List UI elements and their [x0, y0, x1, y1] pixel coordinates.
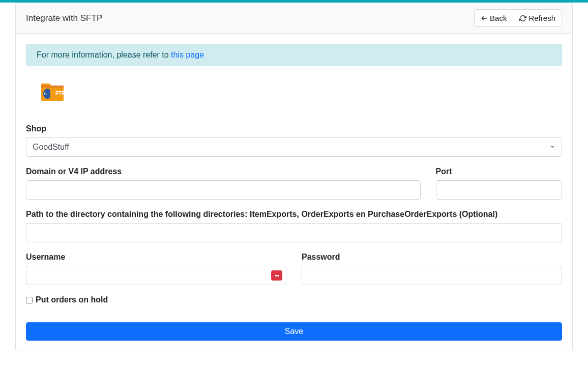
hold-orders-group: Put orders on hold — [26, 295, 562, 304]
save-button[interactable]: Save — [26, 322, 562, 341]
info-alert: For more information, please refer to th… — [26, 44, 562, 66]
shop-selected-value: GoodStuff — [33, 143, 69, 152]
header-button-group: Back Refresh — [474, 9, 562, 27]
alert-text: For more information, please refer to — [37, 50, 171, 59]
username-input[interactable] — [26, 266, 286, 285]
card-body: For more information, please refer to th… — [16, 34, 572, 351]
username-field-group: Username ••• — [26, 253, 286, 285]
arrow-left-icon — [481, 15, 488, 22]
back-button[interactable]: Back — [474, 9, 513, 27]
integration-card: Integrate with SFTP Back Refresh — [15, 3, 573, 351]
hold-orders-checkbox[interactable] — [26, 297, 33, 303]
svg-text:S: S — [44, 92, 47, 96]
username-label: Username — [26, 253, 286, 262]
card-header: Integrate with SFTP Back Refresh — [16, 3, 572, 34]
chevron-down-icon — [550, 146, 554, 148]
port-field-group: Port — [436, 167, 563, 200]
shop-select[interactable]: GoodStuff — [26, 137, 562, 157]
path-field-group: Path to the directory containing the fol… — [26, 210, 562, 242]
password-input[interactable] — [302, 266, 562, 285]
hold-orders-label[interactable]: Put orders on hold — [36, 295, 108, 304]
refresh-icon — [519, 15, 526, 22]
refresh-button-label: Refresh — [528, 13, 555, 23]
sftp-icon: S FTP — [40, 81, 562, 104]
password-label: Password — [302, 253, 562, 262]
path-input[interactable] — [26, 223, 562, 242]
page-title: Integrate with SFTP — [26, 13, 102, 23]
refresh-button[interactable]: Refresh — [513, 9, 562, 27]
domain-field-group: Domain or V4 IP address — [26, 167, 421, 200]
port-label: Port — [436, 167, 563, 176]
domain-input[interactable] — [26, 180, 421, 200]
shop-label: Shop — [26, 124, 562, 133]
domain-label: Domain or V4 IP address — [26, 167, 421, 176]
password-field-group: Password — [302, 253, 562, 285]
back-button-label: Back — [490, 13, 507, 23]
svg-rect-2 — [41, 86, 64, 88]
path-label: Path to the directory containing the fol… — [26, 210, 562, 219]
info-link[interactable]: this page — [171, 50, 204, 59]
svg-text:FTP: FTP — [55, 91, 65, 96]
password-manager-icon[interactable]: ••• — [271, 270, 282, 281]
port-input[interactable] — [436, 180, 563, 200]
shop-field-group: Shop GoodStuff — [26, 124, 562, 157]
